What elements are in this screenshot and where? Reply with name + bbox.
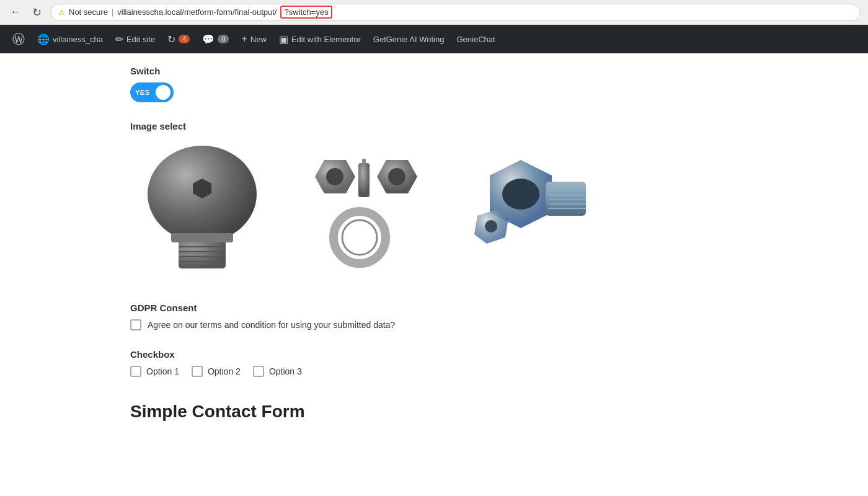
switch-label: Switch [130,66,849,76]
svg-rect-8 [171,233,233,242]
checkbox-options: Option 1 Option 2 Option 3 [130,366,849,377]
svg-point-27 [485,220,497,232]
svg-point-18 [502,179,539,210]
back-button[interactable]: ← [7,3,24,21]
geniechat-item[interactable]: GenieChat [450,25,501,53]
elementor-item[interactable]: ▣ Edit with Elementor [273,25,367,53]
address-bar[interactable]: ⚠ Not secure | villainesscha.local/metfo… [50,4,861,21]
comments-icon: 💬 [202,33,215,45]
checkbox-2[interactable] [192,366,203,377]
url-query: ?switch=yes [280,6,332,19]
edit-site-label: Edit site [126,35,155,44]
checkbox-option-2[interactable]: Option 2 [192,366,241,377]
page-content: Switch YES Image select [0,53,868,446]
svg-point-10 [326,168,343,185]
checkbox-option-3-label: Option 3 [269,366,302,376]
image-select-label: Image select [130,121,849,131]
wp-logo-item[interactable]: Ⓦ [6,25,31,53]
contact-form-heading: Simple Contact Form [130,402,849,422]
getgenie-label: GetGenie AI Writing [373,35,445,44]
updates-icon: ↻ [167,33,175,45]
image-select-section: Image select [130,121,849,284]
svg-point-14 [388,168,405,185]
svg-rect-11 [358,163,370,197]
checkbox-1[interactable] [130,366,141,377]
updates-badge: 4 [179,35,190,43]
svg-rect-12 [362,159,366,166]
geniechat-label: GenieChat [456,35,495,44]
svg-point-16 [342,220,377,255]
new-label: New [250,35,267,44]
checkbox-option-3[interactable]: Option 3 [253,366,302,377]
site-name-label: villainess_cha [53,35,103,44]
checkbox-option-1-label: Option 1 [146,366,179,376]
site-icon: 🌐 [37,33,50,45]
new-item[interactable]: + New [235,25,272,53]
gdpr-agreement-text: Agree on our terms and condition for usi… [148,320,395,330]
url-base: villainesscha.local/metform-form/final-o… [117,7,277,17]
site-name-item[interactable]: 🌐 villainess_cha [31,25,109,53]
getgenie-item[interactable]: GetGenie AI Writing [367,25,451,53]
switch-section: Switch YES [130,66,849,102]
gdpr-checkbox[interactable] [130,319,141,330]
new-icon: + [241,33,247,45]
checkbox-label: Checkbox [130,349,849,360]
edit-site-item[interactable]: ✏ Edit site [109,25,161,53]
security-warning-icon: ⚠ [58,8,65,17]
bolt-image [134,141,270,278]
gdpr-section: GDPR Consent Agree on our terms and cond… [130,303,849,330]
refresh-button[interactable]: ↻ [30,3,44,22]
edit-site-icon: ✏ [115,33,123,45]
not-secure-label: Not secure [69,7,108,17]
image-option-3[interactable] [443,138,599,284]
gdpr-text-row: Agree on our terms and condition for usi… [130,319,849,330]
checkbox-3[interactable] [253,366,264,377]
comments-item[interactable]: 💬 0 [196,25,235,53]
wp-logo-icon: Ⓦ [12,31,25,48]
image-select-options [130,138,849,284]
elementor-icon: ▣ [279,33,288,45]
image-option-2[interactable] [286,138,430,284]
elementor-label: Edit with Elementor [291,35,361,44]
toggle-yes-label: YES [135,89,150,96]
toggle-switch[interactable]: YES [130,82,174,102]
wp-admin-bar: Ⓦ 🌐 villainess_cha ✏ Edit site ↻ 4 💬 0 +… [0,25,868,53]
checkbox-section: Checkbox Option 1 Option 2 Option 3 [130,349,849,377]
toggle-knob [156,85,170,100]
toggle-container: YES [130,82,849,102]
image-option-1[interactable] [130,138,274,284]
nuts-image [290,141,427,278]
separator: | [112,7,113,17]
checkbox-option-1[interactable]: Option 1 [130,366,179,377]
comments-badge: 0 [218,35,229,43]
browser-bar: ← ↻ ⚠ Not secure | villainesscha.local/m… [0,0,868,25]
updates-item[interactable]: ↻ 4 [161,25,196,53]
fitting-image [446,141,595,278]
gdpr-label: GDPR Consent [130,303,849,313]
checkbox-option-2-label: Option 2 [208,366,241,376]
